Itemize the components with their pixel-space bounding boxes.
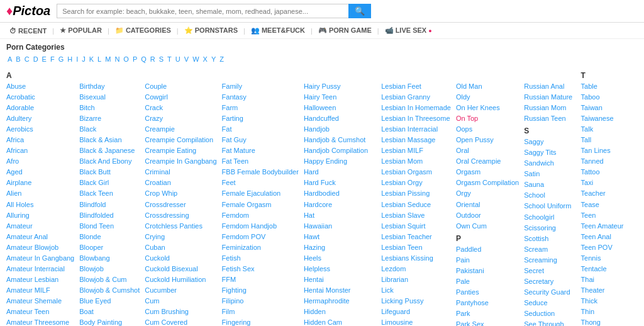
cat-item[interactable]: Thong [581,317,633,326]
cat-item[interactable]: School Uniform [524,201,575,211]
alpha-e[interactable]: E [41,55,48,64]
cat-item[interactable]: Fat [222,124,299,135]
alpha-h[interactable]: H [66,55,74,64]
cat-item[interactable]: Black & Asian [79,135,140,145]
cat-item[interactable]: Lesbian Interracial [381,124,451,135]
cat-item[interactable]: Fat Mature [222,145,299,156]
cat-item[interactable]: Cowgirl [145,92,216,103]
cat-item[interactable]: Couple [145,81,216,92]
cat-item[interactable]: Handcuffed [304,113,376,124]
cat-item[interactable]: Satin [524,169,575,179]
cat-item[interactable]: Tan Lines [581,145,633,156]
cat-item[interactable]: Taiwanese [581,113,633,124]
nav-categories[interactable]: 📁 CATEGORIES [112,25,174,36]
cat-item[interactable]: Park [456,308,519,319]
cat-item[interactable]: Croatian [145,177,216,188]
cat-item[interactable]: Lesbian In Threesome [381,113,451,124]
cat-item[interactable]: Russian Mom [524,103,575,113]
cat-item[interactable]: Crazy [145,113,216,124]
alpha-j[interactable]: J [80,55,87,64]
cat-item[interactable]: Blowjob [79,264,140,274]
cat-item[interactable]: Sandwich [524,158,575,169]
cat-item[interactable]: Femdom Handjob [222,221,299,232]
cat-item[interactable]: Alien [6,188,74,199]
search-input[interactable] [57,4,348,18]
nav-livesex[interactable]: 📹 LIVE SEX● [382,25,435,36]
cat-item[interactable]: Seduce [524,298,575,308]
cat-item[interactable]: On Her Knees [456,103,519,113]
cat-item[interactable]: Lesbian Teen [381,242,451,253]
cat-item[interactable]: Tease [581,200,633,210]
cat-item[interactable]: Farting [222,113,299,124]
cat-item[interactable]: Female Ejaculation [222,188,299,199]
cat-item[interactable]: See Through [524,319,575,326]
cat-item[interactable]: Fat Guy [222,135,299,145]
cat-item[interactable]: Black Girl [79,177,140,188]
cat-item[interactable]: Tennis [581,253,633,264]
cat-item[interactable]: Black Teen [79,188,140,199]
cat-item[interactable]: Cucumber [145,285,216,296]
cat-item[interactable]: Handjob & Cumshot [304,135,376,145]
cat-item[interactable]: Teen Anal [581,232,633,242]
cat-item[interactable]: Old Man [456,81,519,92]
cat-item[interactable]: Black [79,124,140,135]
cat-item[interactable]: Oldy [456,92,519,103]
cat-item[interactable]: Outdoor [456,210,519,221]
cat-item[interactable]: Blonde [79,232,140,242]
cat-item[interactable]: Lesbian MILF [381,145,451,156]
nav-recent[interactable]: ⏱ RECENT [6,26,50,36]
alpha-l[interactable]: L [96,55,103,64]
cat-item[interactable]: Bisexual [79,92,140,103]
cat-item[interactable]: Taxi [581,177,633,188]
cat-item[interactable]: Afro [6,156,74,167]
cat-item[interactable]: Teen Amateur [581,221,633,232]
alpha-u[interactable]: U [174,55,182,64]
cat-item[interactable]: Security Guard [524,287,575,298]
cat-item[interactable]: Bizarre [79,113,140,124]
cat-item[interactable]: FFM [222,274,299,285]
cat-item[interactable]: Blowjob & Cumshot [79,285,140,296]
cat-item[interactable]: Blond Teen [79,221,140,232]
cat-item[interactable]: Schoolgirl [524,212,575,223]
cat-item[interactable]: Librarian [381,274,451,285]
cat-item[interactable]: Creampie Compilation [145,135,216,145]
cat-item[interactable]: Hawaiian [304,221,376,232]
cat-item[interactable]: Lesbian Granny [381,92,451,103]
cat-item[interactable]: Feminization [222,242,299,253]
cat-item[interactable]: Blowbang [79,253,140,264]
cat-item[interactable]: Lesbian In Homemade [381,103,451,113]
cat-item[interactable]: Farm [222,103,299,113]
cat-item[interactable]: Thick [581,296,633,306]
cat-item[interactable]: Scottish [524,233,575,244]
cat-item[interactable]: Amateur Anal [6,232,74,242]
cat-item[interactable]: Black Butt [79,167,140,177]
cat-item[interactable]: Scream [524,244,575,255]
alpha-s[interactable]: S [158,55,165,64]
cat-item[interactable]: Heels [304,253,376,264]
cat-item[interactable]: Lesbian Slave [381,210,451,221]
alpha-m[interactable]: M [104,55,112,64]
cat-item[interactable]: Halloween [304,103,376,113]
cat-item[interactable]: Creampie [145,124,216,135]
cat-item[interactable]: Orgasm [456,167,519,177]
cat-item[interactable]: Cum [145,296,216,306]
cat-item[interactable]: Handjob Compilation [304,145,376,156]
cat-item[interactable]: Cum Brushing [145,306,216,317]
cat-item[interactable]: Boat [79,306,140,317]
cat-item[interactable]: School [524,190,575,201]
cat-item-on-top[interactable]: On Top [456,113,519,124]
search-button[interactable]: 🔍 [348,4,371,18]
cat-item[interactable]: Adultery [6,113,74,124]
alpha-w[interactable]: W [191,55,200,64]
cat-item[interactable]: Oops [456,124,519,135]
alpha-k[interactable]: K [88,55,95,64]
cat-item[interactable]: Pale [456,276,519,287]
cat-item[interactable]: Oral Creampie [456,156,519,167]
cat-item[interactable]: Aerobics [6,124,74,135]
cat-item[interactable]: Thai [581,274,633,285]
cat-item[interactable]: Lesbian Orgy [381,177,451,188]
cat-item[interactable]: Acrobatic [6,92,74,103]
cat-item[interactable]: Crossdressing [145,210,216,221]
cat-item[interactable]: Pain [456,255,519,266]
cat-item[interactable]: Hidden [304,306,376,317]
